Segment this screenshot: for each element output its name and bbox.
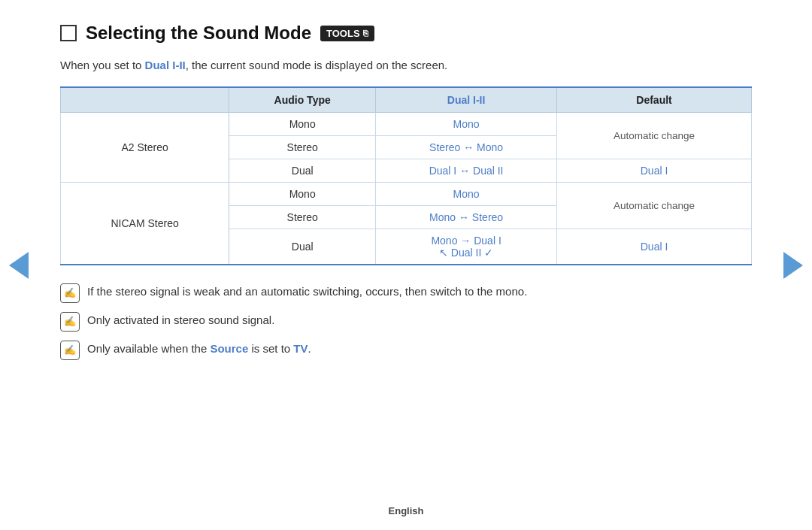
note-item-1: ✍ If the stereo signal is weak and an au…: [60, 283, 752, 303]
audio-type-dual-1: Dual: [229, 159, 376, 182]
right-arrow-icon: [783, 252, 803, 279]
notes-section: ✍ If the stereo signal is weak and an au…: [60, 283, 752, 360]
note-icon-2: ✍: [60, 312, 80, 332]
note-text-1: If the stereo signal is weak and an auto…: [87, 283, 527, 301]
footer-text: English: [389, 505, 424, 516]
table-header-empty: [61, 87, 229, 113]
table-header-dual-iii: Dual I-II: [376, 87, 557, 113]
default-auto-2: Automatic change: [557, 182, 752, 229]
page-title: Selecting the Sound Mode: [86, 23, 311, 44]
title-row: Selecting the Sound Mode TOOLS ⎘: [60, 23, 752, 44]
note-icon-3: ✍: [60, 341, 80, 360]
default-dual-i-1: Dual I: [557, 159, 752, 182]
note-text-3: Only available when the Source is set to…: [87, 341, 311, 358]
dual-mono-dual: Mono → Dual I↖ Dual II ✓: [376, 229, 557, 265]
footer: English: [0, 505, 812, 516]
source-link: Source: [210, 342, 248, 355]
tools-badge: TOOLS ⎘: [320, 26, 374, 41]
subtitle-after: , the current sound mode is displayed on…: [186, 59, 448, 71]
note-icon-1: ✍: [60, 283, 80, 303]
a2-stereo-label: A2 Stereo: [61, 112, 229, 182]
dual-mono-2: Mono: [376, 182, 557, 205]
page-content: Selecting the Sound Mode TOOLS ⎘ When yo…: [0, 0, 812, 384]
dual-mono-stereo: Mono ↔ Stereo: [376, 205, 557, 229]
tools-symbol-icon: ⎘: [363, 29, 368, 38]
audio-type-stereo-1: Stereo: [229, 135, 376, 159]
dual-i-ii: Dual I ↔ Dual II: [376, 159, 557, 182]
default-auto-1: Automatic change: [557, 112, 752, 159]
audio-type-mono-2: Mono: [229, 182, 376, 205]
subtitle: When you set to Dual I-II, the current s…: [60, 57, 752, 74]
dual-iii-link: Dual I-II: [145, 59, 186, 71]
table-row: NICAM Stereo Mono Mono Automatic change: [61, 182, 752, 205]
dual-mono-1: Mono: [376, 112, 557, 135]
audio-type-dual-2: Dual: [229, 229, 376, 265]
table-header-audio-type: Audio Type: [229, 87, 376, 113]
default-dual-i-2: Dual I: [557, 229, 752, 265]
nav-arrow-left[interactable]: [8, 247, 30, 284]
table-header-default: Default: [557, 87, 752, 113]
audio-type-stereo-2: Stereo: [229, 205, 376, 229]
tools-text: TOOLS: [326, 28, 360, 39]
checkbox-icon: [60, 25, 77, 41]
note-item-3: ✍ Only available when the Source is set …: [60, 341, 752, 360]
nicam-stereo-label: NICAM Stereo: [61, 182, 229, 265]
nav-arrow-right[interactable]: [782, 247, 804, 284]
left-arrow-icon: [9, 252, 29, 279]
subtitle-before: When you set to: [60, 59, 145, 71]
table-row: A2 Stereo Mono Mono Automatic change: [61, 112, 752, 135]
sound-table: Audio Type Dual I-II Default A2 Stereo M…: [60, 86, 752, 265]
note-text-2: Only activated in stereo sound signal.: [87, 312, 274, 329]
tv-link: TV: [293, 342, 308, 355]
audio-type-mono-1: Mono: [229, 112, 376, 135]
note-item-2: ✍ Only activated in stereo sound signal.: [60, 312, 752, 332]
dual-stereo-mono: Stereo ↔ Mono: [376, 135, 557, 159]
